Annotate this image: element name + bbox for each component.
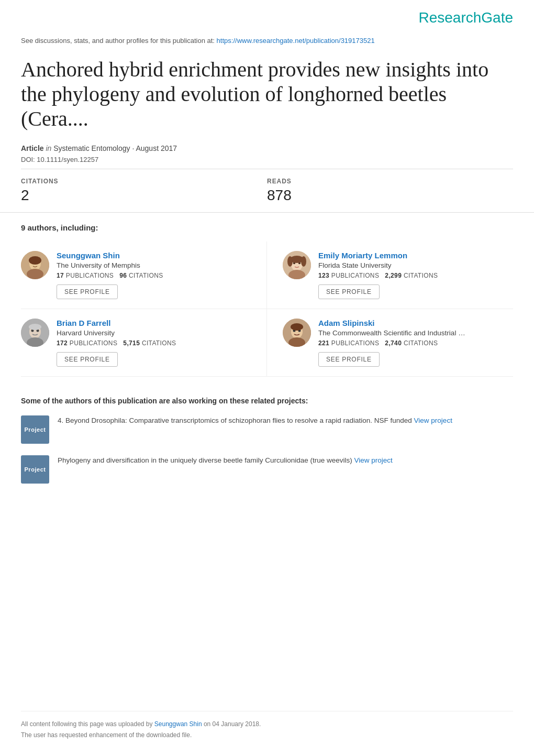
footer-prefix: All content following this page was uplo… [21, 720, 153, 728]
project-text: Phylogeny and diversification in the uni… [58, 455, 393, 466]
publication-url-label: See discussions, stats, and author profi… [21, 37, 215, 45]
project-text: 4. Beyond Drosophila: Comparative transc… [58, 415, 452, 426]
citations-value: 2 [21, 187, 267, 204]
view-project-link[interactable]: View project [414, 417, 452, 424]
project-item: Project 4. Beyond Drosophila: Comparativ… [21, 415, 513, 444]
see-profile-button[interactable]: SEE PROFILE [57, 352, 118, 367]
article-in-word: in [46, 144, 51, 152]
project-badge: Project [21, 455, 49, 484]
author-name[interactable]: Adam Slipinski [318, 319, 375, 327]
author-stats: 17 PUBLICATIONS 96 CITATIONS [57, 272, 251, 279]
see-profile-button[interactable]: SEE PROFILE [318, 352, 380, 367]
author-stats: 221 PUBLICATIONS 2,740 CITATIONS [318, 339, 503, 347]
footer-line1: All content following this page was uplo… [21, 719, 513, 729]
author-name[interactable]: Emily Moriarty Lemmon [318, 251, 407, 260]
svg-point-12 [287, 256, 293, 267]
related-projects-heading: Some of the authors of this publication … [21, 397, 513, 405]
paper-title: Anchored hybrid enrichment provides new … [0, 48, 534, 137]
projects-list: Project 4. Beyond Drosophila: Comparativ… [21, 415, 513, 484]
author-institution: Harvard University [57, 329, 251, 337]
author-card: Emily Moriarty Lemmon Florida State Univ… [267, 242, 513, 309]
author-institution: The University of Memphis [57, 261, 251, 269]
authors-grid: Seunggwan Shin The University of Memphis… [21, 242, 513, 377]
publication-url-bar: See discussions, stats, and author profi… [0, 31, 534, 48]
footer-line2: The user has requested enhancement of th… [21, 730, 513, 740]
footer-uploader-link[interactable]: Seunggwan Shin [154, 720, 202, 728]
author-avatar [283, 319, 311, 347]
author-card: Adam Slipinski The Commonwealth Scientif… [267, 309, 513, 377]
author-institution: The Commonwealth Scientific and Industri… [318, 329, 503, 337]
author-stats: 123 PUBLICATIONS 2,299 CITATIONS [318, 272, 503, 279]
stats-row: CITATIONS 2 READS 878 [0, 169, 534, 213]
author-info: Brian D Farrell Harvard University 172 P… [57, 319, 251, 367]
author-info: Seunggwan Shin The University of Memphis… [57, 251, 251, 299]
author-avatar [283, 251, 311, 279]
author-card: Brian D Farrell Harvard University 172 P… [21, 309, 267, 377]
citations-label: CITATIONS [21, 178, 267, 185]
author-info: Adam Slipinski The Commonwealth Scientif… [318, 319, 503, 367]
reads-block: READS 878 [267, 178, 513, 204]
author-avatar [21, 319, 49, 347]
svg-point-5 [29, 256, 41, 265]
author-info: Emily Moriarty Lemmon Florida State Univ… [318, 251, 503, 299]
svg-point-19 [29, 324, 41, 330]
page-footer: All content following this page was uplo… [21, 711, 513, 740]
authors-heading: 9 authors, including: [21, 223, 513, 232]
authors-section: 9 authors, including: Seunggwan Shin The… [0, 213, 534, 382]
reads-value: 878 [267, 187, 513, 204]
doi-text: DOI: 10.1111/syen.12257 [21, 156, 98, 163]
related-projects-section: Some of the authors of this publication … [0, 382, 534, 506]
author-card: Seunggwan Shin The University of Memphis… [21, 242, 267, 309]
svg-point-13 [301, 256, 306, 267]
author-name[interactable]: Seunggwan Shin [57, 251, 120, 260]
page-header: ResearchGate [0, 0, 534, 31]
project-badge: Project [21, 415, 49, 444]
citations-block: CITATIONS 2 [21, 178, 267, 204]
svg-point-2 [27, 269, 43, 279]
author-name[interactable]: Brian D Farrell [57, 319, 110, 327]
author-institution: Florida State University [318, 261, 503, 269]
see-profile-button[interactable]: SEE PROFILE [318, 284, 380, 299]
doi-line: DOI: 10.1111/syen.12257 [0, 155, 534, 169]
see-profile-button[interactable]: SEE PROFILE [57, 284, 118, 299]
brand-logo: ResearchGate [418, 9, 513, 26]
article-type-label: Article [21, 144, 44, 152]
reads-label: READS [267, 178, 513, 185]
publication-url-link[interactable]: https://www.researchgate.net/publication… [217, 37, 375, 45]
footer-suffix: on 04 January 2018. [204, 720, 261, 728]
project-item: Project Phylogeny and diversification in… [21, 455, 513, 484]
article-journal: Systematic Entomology · August 2017 [53, 144, 177, 152]
author-avatar [21, 251, 49, 279]
article-meta: Article in Systematic Entomology · Augus… [0, 137, 534, 155]
author-stats: 172 PUBLICATIONS 5,715 CITATIONS [57, 339, 251, 347]
view-project-link[interactable]: View project [354, 456, 393, 464]
svg-point-25 [291, 323, 303, 331]
